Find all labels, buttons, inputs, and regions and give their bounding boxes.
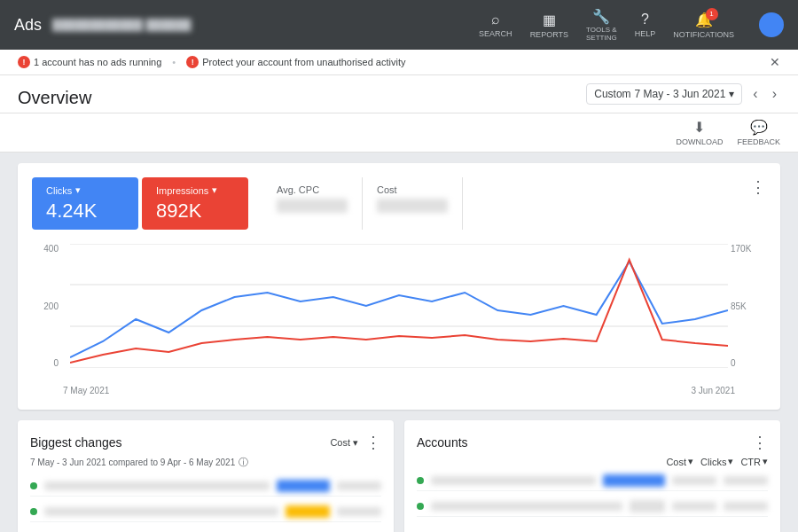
clicks-value: 4.24K (46, 200, 124, 223)
avg-cpc-metric: Avg. CPC (262, 177, 363, 230)
row-name (431, 476, 596, 485)
chevron-down-icon: ▾ (688, 456, 693, 467)
notifications-icon: 🔔 1 (695, 12, 713, 28)
info-icon: ⓘ (239, 456, 248, 469)
biggest-changes-panel: Biggest changes Cost ▾ ⋮ 7 May - 3 Jun 2… (18, 420, 394, 532)
avg-cpc-label: Avg. CPC (277, 184, 348, 195)
alert-dot-2: ! (186, 56, 199, 68)
date-range-label: Custom (594, 88, 630, 100)
tools-icon: 🔧 (592, 8, 610, 25)
chart-y-axis-right: 170K 85K 0 (731, 244, 766, 368)
nav-tools[interactable]: 🔧 TOOLS &SETTING (586, 8, 617, 43)
main-content: Clicks ▾ 4.24K Impressions ▾ 892K Avg. C… (0, 153, 798, 532)
nav-notifications[interactable]: 🔔 1 NOTIFICATIONS (673, 12, 734, 39)
row-bar-gray (630, 500, 665, 512)
chart-x-labels: 7 May 2021 3 Jun 2021 (63, 386, 735, 395)
cost-filter[interactable]: Cost ▾ (330, 437, 358, 449)
ctr-column[interactable]: CTR ▾ (740, 456, 768, 467)
row-bar-yellow (286, 505, 330, 518)
row-value (337, 507, 381, 516)
biggest-changes-row-1 (30, 476, 381, 497)
impressions-metric[interactable]: Impressions ▾ 892K (142, 177, 248, 230)
metrics-row: Clicks ▾ 4.24K Impressions ▾ 892K Avg. C… (32, 177, 766, 230)
impressions-value: 892K (156, 200, 234, 223)
metrics-more-button[interactable]: ⋮ (750, 177, 766, 197)
account-name: ████████████ ██████ (52, 19, 479, 31)
chart-container: 400 200 0 170K 85K (32, 244, 766, 386)
clicks-metric[interactable]: Clicks ▾ 4.24K (32, 177, 138, 230)
row-bar-blue (603, 474, 665, 487)
row-dot (30, 482, 37, 489)
biggest-changes-row-2 (30, 502, 381, 522)
accounts-row-1 (417, 471, 768, 491)
avg-cpc-value (277, 199, 348, 213)
download-button[interactable]: ⬇ DOWNLOAD (676, 119, 723, 146)
accounts-more-button[interactable]: ⋮ (752, 433, 768, 452)
chevron-down-icon: ▾ (729, 88, 734, 100)
row-name (44, 481, 270, 490)
reports-icon: ▦ (543, 12, 556, 28)
chevron-down-icon: ▾ (728, 456, 733, 467)
row-dot (417, 503, 424, 510)
accounts-header: Accounts ⋮ (417, 433, 768, 452)
feedback-button[interactable]: 💬 FEEDBACK (737, 119, 780, 146)
overview-card: Clicks ▾ 4.24K Impressions ▾ 892K Avg. C… (18, 163, 780, 410)
nav-icons: ⌕ SEARCH ▦ REPORTS 🔧 TOOLS &SETTING ? HE… (479, 8, 784, 43)
chevron-down-icon: ▾ (353, 437, 358, 449)
top-navigation: Ads ████████████ ██████ ⌕ SEARCH ▦ REPOR… (0, 0, 798, 50)
help-icon: ? (641, 12, 649, 27)
date-range-selector[interactable]: Custom 7 May - 3 Jun 2021 ▾ (586, 83, 742, 105)
alert-text-2: Protect your account from unauthorised a… (202, 57, 405, 67)
date-prev-button[interactable]: ‹ (749, 82, 761, 106)
alert-item-1: ! 1 account has no ads running (18, 56, 161, 68)
date-range-value: 7 May - 3 Jun 2021 (635, 88, 726, 100)
chart-area (70, 244, 728, 368)
nav-search[interactable]: ⌕ SEARCH (479, 12, 512, 38)
biggest-changes-subtitle: 7 May - 3 Jun 2021 compared to 9 Apr - 6… (30, 456, 381, 469)
cost-value (377, 199, 448, 213)
alert-text-1: 1 account has no ads running (34, 57, 161, 67)
row-value (672, 502, 716, 511)
cost-label: Cost (377, 184, 448, 195)
row-dot (417, 477, 424, 484)
alert-divider: • (172, 57, 176, 67)
alert-bar: ! 1 account has no ads running • ! Prote… (0, 50, 798, 75)
row-value-2 (724, 502, 768, 511)
search-icon: ⌕ (491, 12, 500, 27)
chevron-down-icon: ▾ (212, 184, 217, 196)
accounts-title: Accounts (417, 435, 468, 450)
alert-dot-1: ! (18, 56, 30, 68)
row-name (431, 502, 622, 511)
row-bar-blue (277, 480, 330, 492)
nav-reports[interactable]: ▦ REPORTS (530, 12, 568, 39)
brand-name: Ads (14, 16, 42, 35)
feedback-icon: 💬 (750, 119, 768, 136)
row-name (44, 507, 278, 516)
alert-close-button[interactable]: ✕ (770, 55, 780, 69)
notification-badge-count: 1 (706, 8, 718, 20)
row-value (337, 481, 381, 490)
accounts-panel: Accounts ⋮ Cost ▾ Clicks ▾ CTR ▾ (404, 420, 780, 532)
row-value (672, 476, 716, 485)
accounts-columns: Cost ▾ Clicks ▾ CTR ▾ (417, 456, 768, 467)
cost-metric: Cost (363, 177, 463, 230)
biggest-changes-more-button[interactable]: ⋮ (365, 433, 381, 452)
date-next-button[interactable]: › (769, 82, 780, 106)
biggest-changes-title: Biggest changes (30, 435, 122, 450)
clicks-label: Clicks ▾ (46, 184, 124, 196)
download-icon: ⬇ (693, 119, 705, 136)
clicks-column[interactable]: Clicks ▾ (700, 456, 733, 467)
user-avatar[interactable] (759, 12, 784, 37)
chevron-down-icon: ▾ (763, 456, 768, 467)
cost-column[interactable]: Cost ▾ (666, 456, 693, 467)
page-header: Overview Custom 7 May - 3 Jun 2021 ▾ ‹ › (0, 75, 798, 113)
row-dot (30, 508, 37, 515)
nav-help[interactable]: ? HELP (635, 12, 656, 38)
impressions-label: Impressions ▾ (156, 184, 234, 196)
biggest-changes-header: Biggest changes Cost ▾ ⋮ (30, 433, 381, 452)
page-title: Overview (18, 88, 91, 108)
chart-y-axis-left: 400 200 0 (32, 244, 59, 368)
chevron-down-icon: ▾ (75, 184, 81, 196)
alert-item-2: ! Protect your account from unauthorised… (186, 56, 405, 68)
accounts-row-2 (417, 497, 768, 517)
